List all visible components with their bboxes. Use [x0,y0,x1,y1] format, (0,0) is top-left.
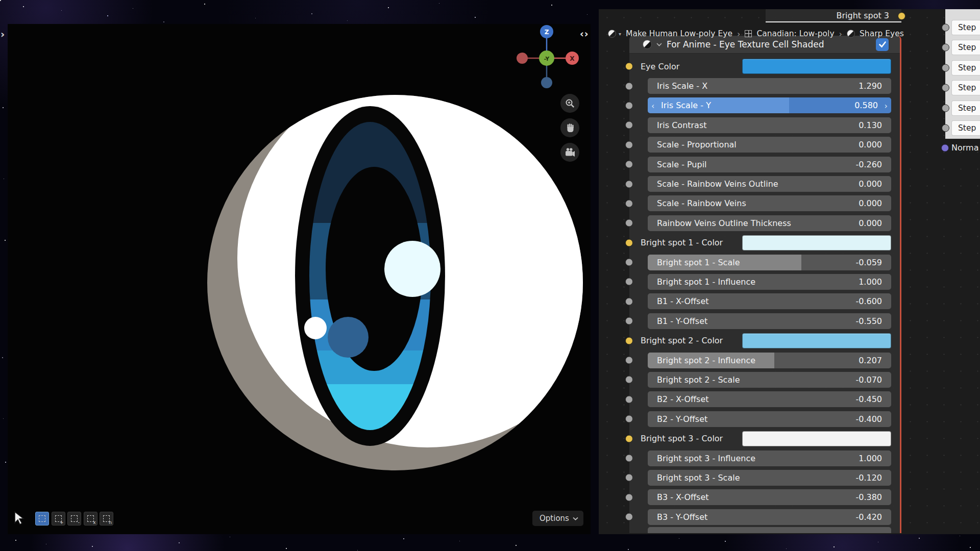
value-input-socket[interactable] [942,124,949,132]
value-input-socket[interactable] [625,219,633,227]
value-slider[interactable]: B2 - Y-Offset-0.400 [648,411,891,427]
color-output-socket[interactable] [898,12,905,20]
value-slider[interactable]: B2 - X-Offset-0.450 [648,391,891,407]
select-box-set-button[interactable] [35,512,49,525]
color-input-socket[interactable] [625,435,633,442]
zoom-button[interactable] [560,94,579,113]
color-swatch[interactable] [742,235,891,251]
value-input-socket[interactable] [942,64,949,71]
value-input-socket[interactable] [625,141,633,148]
color-swatch[interactable] [742,431,891,446]
step-row-3[interactable]: Step [951,60,980,76]
node-row-iris-scale-x: Iris Scale - X1.290 [629,76,900,95]
value-input-socket[interactable] [625,259,633,266]
value-input-socket[interactable] [625,199,633,207]
value-input-socket[interactable] [625,102,633,109]
color-input-socket[interactable] [625,63,633,70]
value-input-socket[interactable] [625,376,633,384]
color-swatch[interactable] [742,59,891,74]
node-sharp-eyes-steps[interactable]: StepStepStepStepStepStep [945,9,980,139]
mode-modifier-mark: - [78,520,80,525]
step-rows: StepStepStepStepStepStep [945,9,980,136]
editor-type-dropdown-icon[interactable]: ▾ [619,31,621,37]
options-button[interactable]: Options [532,511,583,526]
value-input-socket[interactable] [942,104,949,112]
step-row-2[interactable]: Step [951,40,980,55]
editor-resize-handle[interactable]: ‹› [580,28,589,39]
value-slider[interactable]: Bright spot 2 - Scale-0.070 [648,372,891,388]
value-slider[interactable]: Bright spot 2 - Influence0.207 [648,353,891,368]
value-input-socket[interactable] [625,493,633,501]
value-slider[interactable]: Scale - Rainbow Veins Outline0.000 [648,176,891,192]
slider-decrease-arrow[interactable]: ‹ [651,101,654,110]
select-box-invert-button[interactable]: x [84,512,97,525]
step-row-4[interactable]: Step [951,80,980,95]
color-swatch[interactable] [742,333,891,348]
value-slider[interactable]: Rainbow Veins Outline Thickness0.000 [648,215,891,231]
value-slider[interactable]: Bright spot 1 - Influence1.000 [648,274,891,290]
value-slider[interactable]: Bright spot 3 - Influence1.000 [648,450,891,466]
pan-button[interactable] [560,118,579,137]
select-box-extend-button[interactable]: + [52,512,65,525]
shader-node-editor[interactable]: ▾Make Human Low-poly Eye›Canadian: Low-p… [599,9,980,534]
value-input-socket[interactable] [942,44,949,52]
node-eye-texture-cell-shaded[interactable]: For Anime - Eye Texture Cell Shaded Eye … [629,36,901,533]
value-slider[interactable]: Scale - Proportional0.000 [648,137,891,153]
value-slider[interactable]: Iris Contrast0.130 [648,117,891,133]
slider-increase-arrow[interactable]: › [885,101,888,110]
3d-viewport[interactable]: Z X -Y +- [8,24,591,534]
value-slider[interactable]: B1 - X-Offset-0.600 [648,293,891,309]
step-row-1[interactable]: Step [951,20,980,35]
value-slider[interactable]: B3 - Y-Offset-0.420 [648,509,891,525]
step-row-5[interactable]: Step [951,101,980,116]
value-input-socket[interactable] [625,82,633,90]
value-input-socket[interactable] [625,180,633,188]
slider-label: Rainbow Veins Outline Thickness [657,218,791,228]
value-slider[interactable]: Iris Scale - X1.290 [648,78,891,94]
color-input-socket[interactable] [625,337,633,344]
node-collapse-chevron-icon[interactable] [656,42,662,46]
value-input-socket[interactable] [625,474,633,482]
camera-view-button[interactable] [560,143,579,162]
select-box-subtract-button[interactable]: - [67,512,81,525]
value-slider[interactable]: B1 - Y-Offset-0.550 [648,313,891,329]
breadcrumb-item-canadian-low-poly[interactable]: Canadian: Low-poly [756,29,834,38]
value-input-socket[interactable] [942,84,949,92]
value-input-socket[interactable] [625,317,633,325]
select-box-intersect-button[interactable]: n [100,512,113,525]
value-slider[interactable]: Bright spot 1 - Scale-0.059 [648,255,891,270]
value-input-socket[interactable] [625,513,633,521]
value-slider[interactable]: Bright spot 3 - Scale-0.120 [648,470,891,486]
nav-gizmo[interactable]: Z X -Y [513,25,580,91]
value-slider[interactable]: Scale - Rainbow Veins0.000 [648,195,891,211]
slider-value: -0.260 [855,160,882,169]
vector-input-socket[interactable] [941,144,949,152]
value-slider[interactable]: ‹›Iris Scale - Y0.580 [648,97,891,113]
node-enabled-checkbox[interactable] [876,38,889,51]
slider-label: B2 - Y-Offset [657,414,707,424]
panel-expand-arrow-icon[interactable]: › [1,28,5,40]
value-slider[interactable]: B3 - X-Offset-0.380 [648,489,891,505]
cutoff-node-above[interactable]: Bright spot 3 [766,9,901,22]
mode-modifier-mark: x [93,520,95,525]
value-input-socket[interactable] [625,121,633,129]
step-row-6[interactable]: Step [951,120,980,136]
value-input-socket[interactable] [625,455,633,462]
tweak-tool-cursor-icon[interactable] [13,511,26,526]
value-input-socket[interactable] [625,161,633,168]
node-row-scale-rainbow-veins: Scale - Rainbow Veins0.000 [629,194,900,213]
step-label: Step [958,83,976,92]
breadcrumb-item-make-human-low-poly-eye[interactable]: Make Human Low-poly Eye [626,29,732,38]
node-row-b3-x-offset: B3 - X-Offset-0.380 [629,488,900,507]
color-input-socket[interactable] [625,239,633,246]
value-input-socket[interactable] [625,297,633,305]
value-input-socket[interactable] [625,357,633,364]
breadcrumb-item-sharp-eyes[interactable]: Sharp Eyes [860,29,904,38]
gizmo-negative-x-axis [517,53,528,64]
value-input-socket[interactable] [625,395,633,403]
value-input-socket[interactable] [625,415,633,423]
value-input-socket[interactable] [625,278,633,286]
value-input-socket[interactable] [942,24,949,32]
value-slider[interactable]: Scale - Pupil-0.260 [648,157,891,172]
row-label: Bright spot 2 - Color [641,336,723,345]
